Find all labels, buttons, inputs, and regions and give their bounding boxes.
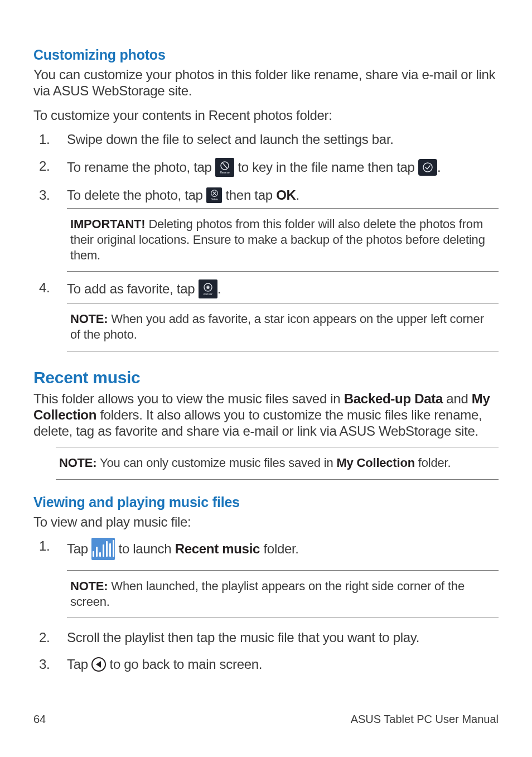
step-2-text-c: .: [437, 159, 441, 176]
step-3: To delete the photo, tap Delete then tap…: [33, 187, 499, 272]
svg-point-1: [423, 163, 432, 172]
important-box: IMPORTANT! Deleting photos from this fol…: [67, 208, 499, 272]
rm-intro-c: and: [443, 391, 472, 406]
vs1-b: to launch: [115, 541, 175, 557]
note-viewing-label: NOTE:: [70, 579, 108, 593]
step-3-ok: OK: [276, 187, 296, 204]
step-1: Swipe down the file to select and launch…: [33, 131, 499, 148]
step-1-text: Swipe down the file to select and launch…: [67, 132, 394, 147]
vs1-bold: Recent music: [175, 541, 260, 557]
confirm-icon: [418, 159, 437, 176]
step-3-text-b: then tap: [222, 187, 276, 204]
important-label: IMPORTANT!: [70, 217, 145, 231]
step-4-text-b: .: [217, 281, 221, 297]
vs1-c: folder.: [260, 541, 299, 557]
page-footer: 64 ASUS Tablet PC User Manual: [33, 713, 499, 726]
view-step-3: Tap to go back to main screen.: [33, 656, 499, 673]
note-rm-bold: My Collection: [336, 456, 414, 470]
delete-icon: Delete: [206, 187, 222, 203]
music-folder-icon: [91, 538, 115, 560]
note-rm-label: NOTE:: [59, 456, 96, 470]
rename-icon: Rename: [215, 158, 234, 177]
lead-customizing: To customize your contents in Recent pho…: [33, 107, 499, 123]
note-viewing-box: NOTE: When launched, the playlist appear…: [67, 570, 499, 618]
view-step-1: Tap to launch Recent music folder. NOTE:…: [33, 538, 499, 618]
step-4: To add as favorite, tap Add star . NOTE:…: [33, 279, 499, 351]
step-4-text-a: To add as favorite, tap: [67, 281, 199, 297]
heading-recent-music: Recent music: [33, 368, 499, 387]
add-star-icon-label: Add star: [204, 293, 212, 296]
back-icon: [91, 657, 106, 672]
vs3-a: Tap: [67, 656, 91, 673]
vs3-b: to go back to main screen.: [106, 656, 262, 673]
steps-viewing: Tap to launch Recent music folder. NOTE:…: [33, 538, 499, 673]
heading-customizing-photos: Customizing photos: [33, 47, 499, 63]
note-recent-music: NOTE: You can only customize music files…: [56, 447, 499, 479]
steps-customizing: Swipe down the file to select and launch…: [33, 131, 499, 351]
note-favorite-box: NOTE: When you add as favorite, a star i…: [67, 303, 499, 351]
note-rm-text-b: folder.: [415, 456, 451, 470]
vs2-text: Scroll the playlist then tap the music f…: [67, 630, 419, 645]
footer-title: ASUS Tablet PC User Manual: [351, 713, 499, 726]
heading-viewing-playing: Viewing and playing music files: [33, 494, 499, 510]
rm-intro-d: folders. It also allows you to customize…: [33, 407, 482, 438]
delete-icon-label: Delete: [211, 198, 218, 201]
step-3-text-a: To delete the photo, tap: [67, 187, 206, 204]
intro-customizing: You can customize your photos in this fo…: [33, 66, 499, 99]
note-favorite-text: When you add as favorite, a star icon ap…: [70, 312, 484, 341]
step-2: To rename the photo, tap Rename to key i…: [33, 158, 499, 177]
add-star-icon: Add star: [199, 279, 217, 298]
page-number: 64: [33, 713, 46, 726]
rm-intro-a: This folder allows you to view the music…: [33, 391, 344, 406]
vs1-a: Tap: [67, 541, 91, 557]
note-viewing-text: When launched, the playlist appears on t…: [70, 579, 465, 609]
step-2-text-b: to key in the file name then tap: [234, 159, 418, 176]
step-3-text-c: .: [296, 187, 299, 204]
intro-recent-music: This folder allows you to view the music…: [33, 390, 499, 440]
lead-viewing: To view and play music file:: [33, 514, 499, 530]
step-2-text-a: To rename the photo, tap: [67, 159, 215, 176]
note-rm-text-a: You can only customize music files saved…: [96, 456, 336, 470]
rename-icon-label: Rename: [220, 171, 229, 174]
manual-page: Customizing photos You can customize you…: [0, 0, 532, 757]
view-step-2: Scroll the playlist then tap the music f…: [33, 629, 499, 646]
note-favorite-label: NOTE:: [70, 312, 108, 326]
rm-bold-1: Backed-up Data: [344, 391, 443, 406]
